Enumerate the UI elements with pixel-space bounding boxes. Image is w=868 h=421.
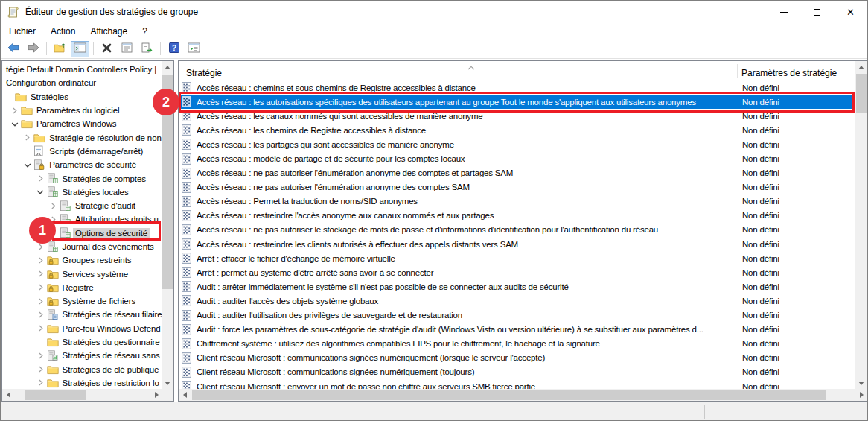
menu-affichage[interactable]: Affichage <box>83 24 135 39</box>
policy-row[interactable]: Client réseau Microsoft : envoyer un mot… <box>179 379 855 389</box>
tree-vertical-scrollbar[interactable] <box>162 61 173 389</box>
chevron-right-icon[interactable] <box>34 366 47 373</box>
tree-item[interactable]: Stratégies du gestionnaire <box>2 335 162 349</box>
scroll-up-icon[interactable] <box>855 61 867 73</box>
scroll-up-icon[interactable] <box>162 61 173 73</box>
policy-row[interactable]: Accès réseau : restreindre l'accès anony… <box>179 209 855 223</box>
tree-item[interactable]: Stratégies de clé publique <box>2 363 162 376</box>
policy-row[interactable]: Accès réseau : ne pas autoriser le stock… <box>179 223 855 237</box>
scroll-down-icon[interactable] <box>855 377 867 389</box>
new-window-button[interactable] <box>185 41 203 57</box>
policy-row[interactable]: Accès réseau : les partages qui sont acc… <box>179 137 855 151</box>
tree-item[interactable]: Journal des événements <box>2 240 162 253</box>
tree-horizontal-scrollbar[interactable] <box>2 389 162 401</box>
policy-row[interactable]: Accès réseau : les chemins de Registre a… <box>179 123 855 137</box>
tree-item[interactable]: Registre <box>2 281 162 294</box>
policy-row[interactable]: Arrêt : permet au système d'être arrêté … <box>179 265 855 279</box>
list-vertical-scrollbar[interactable] <box>855 61 867 389</box>
menu-action[interactable]: Action <box>43 24 83 39</box>
maximize-button[interactable] <box>800 1 834 23</box>
chevron-right-icon[interactable] <box>34 298 47 305</box>
chevron-right-icon[interactable] <box>34 244 47 250</box>
tree-item[interactable]: Stratégies locales <box>2 186 162 199</box>
policy-row[interactable]: Audit : auditer l'utilisation des privil… <box>179 308 855 323</box>
chevron-right-icon[interactable] <box>8 107 21 114</box>
list-hscroll-thumb[interactable] <box>192 390 826 400</box>
menu-fichier[interactable]: Fichier <box>1 24 43 39</box>
policy-row[interactable]: Audit : arrêter immédiatement le système… <box>179 279 855 294</box>
scroll-right-icon[interactable] <box>150 389 162 401</box>
tree-item-options-de-securite[interactable]: Options de sécurité <box>2 227 162 240</box>
tree-item[interactable]: Paramètres du logiciel <box>2 104 162 117</box>
tree-item[interactable]: Stratégie d'audit <box>2 199 162 212</box>
show-console-tree-button[interactable] <box>71 41 89 57</box>
policy-row[interactable]: Accès réseau : restreindre les clients a… <box>179 237 855 251</box>
tree-vscroll-thumb[interactable] <box>162 75 173 289</box>
chevron-right-icon[interactable] <box>34 379 47 386</box>
tree-hscroll-thumb[interactable] <box>25 390 86 400</box>
chevron-right-icon[interactable] <box>47 203 60 209</box>
back-button[interactable] <box>4 41 22 57</box>
chevron-right-icon[interactable] <box>34 325 47 332</box>
chevron-right-icon[interactable] <box>34 257 47 264</box>
chevron-down-icon[interactable] <box>8 121 21 127</box>
policy-row[interactable]: Client réseau Microsoft : communications… <box>179 365 855 379</box>
list-vscroll-thumb[interactable] <box>856 74 867 113</box>
tree-item[interactable]: Système de fichiers <box>2 294 162 308</box>
tree-item[interactable]: Paramètres Windows <box>2 117 162 130</box>
up-one-level-button[interactable] <box>51 41 69 57</box>
scroll-down-icon[interactable] <box>162 377 173 389</box>
tree-item[interactable]: Stratégies de comptes <box>2 171 162 185</box>
chevron-right-icon[interactable] <box>34 284 47 291</box>
scroll-left-icon[interactable] <box>179 389 191 401</box>
tree-item[interactable]: Pare-feu Windows Defend <box>2 322 162 335</box>
policy-row[interactable]: Chiffrement système : utilisez des algor… <box>179 337 855 351</box>
scroll-left-icon[interactable] <box>2 389 14 401</box>
tree-item[interactable]: Stratégies de réseau filaire <box>2 308 162 321</box>
tree-item[interactable]: Stratégies de réseau sans f <box>2 349 162 362</box>
tree-item[interactable]: Attribution des droits u <box>2 212 162 226</box>
properties-button[interactable] <box>118 41 136 57</box>
tree-item[interactable]: Services système <box>2 267 162 280</box>
chevron-right-icon[interactable] <box>34 352 47 359</box>
column-header-parametres[interactable]: Paramètres de stratégie <box>741 68 837 78</box>
policy-row[interactable]: Accès réseau : Permet la traduction de n… <box>179 194 855 209</box>
policy-doc-icon <box>182 139 191 150</box>
policy-row[interactable]: Client réseau Microsoft : communications… <box>179 351 855 365</box>
policy-row[interactable]: Accès réseau : ne pas autoriser l'énumér… <box>179 180 855 194</box>
policy-row[interactable]: Accès réseau : modèle de partage et de s… <box>179 151 855 165</box>
chevron-down-icon[interactable] <box>34 189 47 195</box>
policy-row[interactable]: Accès réseau : ne pas autoriser l'énumér… <box>179 166 855 180</box>
policy-row[interactable]: Accès réseau : les autorisations spécifi… <box>179 95 855 109</box>
policy-row[interactable]: Arrêt : effacer le fichier d'échange de … <box>179 251 855 265</box>
tree-item[interactable]: Configuration ordinateur <box>2 76 162 89</box>
delete-button[interactable] <box>98 41 116 57</box>
tree-item[interactable]: Stratégies de restriction lo <box>2 376 162 389</box>
tree-item[interactable]: Groupes restreints <box>2 253 162 267</box>
minimize-button[interactable] <box>767 1 800 23</box>
chevron-right-icon[interactable] <box>34 175 47 182</box>
tree-item[interactable]: Scripts (démarrage/arrêt) <box>2 145 162 158</box>
policy-row[interactable]: Audit : force les paramètres de sous-cat… <box>179 323 855 337</box>
column-divider[interactable] <box>737 64 738 78</box>
forward-button[interactable] <box>24 41 42 57</box>
chevron-right-icon[interactable] <box>47 216 60 223</box>
chevron-down-icon[interactable] <box>21 162 33 168</box>
menu-help[interactable]: ? <box>135 24 155 39</box>
help-button[interactable]: ? <box>165 41 183 57</box>
policy-row[interactable]: Audit : auditer l'accès des objets systè… <box>179 294 855 308</box>
close-button[interactable]: ✕ <box>834 1 867 23</box>
chevron-right-icon[interactable] <box>21 134 33 141</box>
export-list-button[interactable] <box>138 41 156 57</box>
tree-item[interactable]: Paramètres de sécurité <box>2 158 162 171</box>
scroll-right-icon[interactable] <box>855 389 867 401</box>
chevron-right-icon[interactable] <box>34 311 47 318</box>
policy-row[interactable]: Accès réseau : chemins et sous-chemins d… <box>179 80 855 95</box>
tree-item[interactable]: Stratégies <box>2 90 162 104</box>
chevron-right-icon[interactable] <box>34 270 47 277</box>
policy-row[interactable]: Accès réseau : les canaux nommés qui son… <box>179 109 855 123</box>
list-horizontal-scrollbar[interactable] <box>179 389 867 401</box>
tree-item[interactable]: tégie Default Domain Controllers Policy … <box>2 63 162 76</box>
column-header-strategie[interactable]: Stratégie <box>186 68 222 78</box>
tree-item[interactable]: Stratégie de résolution de non <box>2 130 162 144</box>
